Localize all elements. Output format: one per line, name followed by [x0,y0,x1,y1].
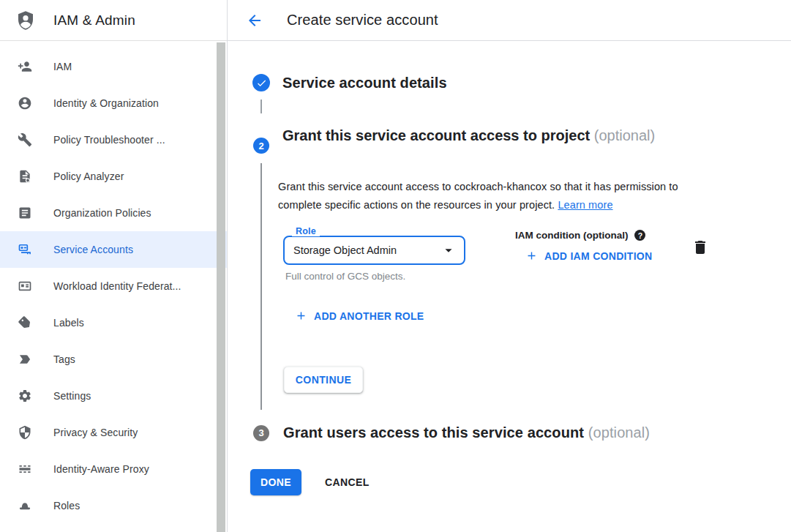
sidebar-item-label: Tags [53,353,75,365]
role-select[interactable]: Storage Object Admin [283,236,465,265]
sidebar-item-label: Workload Identity Federat... [53,280,181,292]
sidebar-item-label: Identity-Aware Proxy [53,463,149,475]
sidebar-item-label: Service Accounts [53,244,133,255]
label-icon [18,315,32,330]
step3-title-text: Grant users access to this service accou… [283,424,584,441]
step-connector [260,100,262,113]
step2-title-text: Grant this service account access to pro… [282,127,590,143]
sidebar-item-label: Labels [53,317,84,329]
step2-optional-label: (optional) [594,127,655,143]
iam-condition-label: IAM condition (optional) [515,230,628,241]
sidebar-item-workload-identity-federation[interactable]: Workload Identity Federat... [0,268,227,304]
iam-admin-app: IAM & Admin IAM Identity & Organization … [0,0,791,532]
person-add-icon [18,59,32,74]
iam-condition-header: IAM condition (optional) ? [515,230,645,241]
sidebar-item-policy-analyzer[interactable]: Policy Analyzer [0,158,227,195]
sidebar-item-identity-aware-proxy[interactable]: Identity-Aware Proxy [0,451,227,487]
role-field-label: Role [292,226,320,236]
sidebar-item-tags[interactable]: Tags [0,341,227,378]
sidebar-item-label: Policy Analyzer [53,171,124,182]
step2-description-text: Grant this service account access to coc… [278,181,678,211]
step1-check-icon [252,74,270,91]
id-card-icon [18,279,32,293]
app-title: IAM & Admin [53,12,135,29]
shield-icon [18,425,32,440]
back-arrow-icon[interactable] [246,12,263,29]
page-header: Create service account [228,0,791,41]
help-icon[interactable]: ? [634,230,645,241]
wrench-icon [18,132,32,147]
sidebar-item-service-accounts[interactable]: Service Accounts [0,231,227,268]
learn-more-link[interactable]: Learn more [558,199,612,211]
add-iam-condition-button[interactable]: ADD IAM CONDITION [525,250,652,262]
done-button[interactable]: DONE [250,469,301,495]
add-another-role-label: ADD ANOTHER ROLE [314,310,424,322]
account-circle-icon [18,96,32,110]
step1-header: Service account details [252,74,447,91]
service-account-icon [18,242,32,257]
sidebar-item-settings[interactable]: Settings [0,378,227,414]
delete-role-icon[interactable] [691,239,709,256]
step3-title: Grant users access to this service accou… [283,424,650,441]
sidebar-header: IAM & Admin [0,0,227,41]
step1-title: Service account details [282,75,447,91]
continue-button[interactable]: CONTINUE [284,367,363,393]
main-panel: Create service account Service account d… [228,0,791,532]
role-select-value: Storage Object Admin [293,244,441,256]
sidebar-item-label: IAM [53,61,72,72]
cancel-button[interactable]: CANCEL [325,476,370,488]
sidebar-item-label: Identity & Organization [53,97,159,109]
plus-icon [295,310,307,322]
step2-number-badge: 2 [253,138,269,154]
plus-icon [525,250,538,262]
step-connector [260,163,262,410]
role-helper-text: Full control of GCS objects. [285,271,405,282]
add-iam-condition-label: ADD IAM CONDITION [544,250,652,262]
gear-icon [18,389,32,403]
document-search-icon [18,169,32,184]
proxy-icon [18,462,32,476]
step3-optional-label: (optional) [588,424,650,441]
page-title: Create service account [287,12,438,29]
sidebar-item-identity-organization[interactable]: Identity & Organization [0,85,227,121]
sidebar: IAM & Admin IAM Identity & Organization … [0,0,228,532]
step2-description: Grant this service account access to coc… [278,178,717,214]
sidebar-item-iam[interactable]: IAM [0,48,227,85]
sidebar-item-label: Policy Troubleshooter ... [53,134,165,146]
sidebar-item-roles[interactable]: Roles [0,487,227,524]
add-another-role-button[interactable]: ADD ANOTHER ROLE [295,310,424,322]
step2-title: Grant this service account access to pro… [282,123,700,148]
step3-number-badge: 3 [253,425,269,441]
sidebar-item-label: Roles [53,500,80,512]
sidebar-item-policy-troubleshooter[interactable]: Policy Troubleshooter ... [0,121,227,158]
chevron-down-icon [441,242,457,258]
form-actions: DONE CANCEL [250,469,370,495]
wizard-content: Service account details 2 Grant this ser… [228,41,791,532]
sidebar-item-label: Settings [53,390,91,402]
sidebar-item-privacy-security[interactable]: Privacy & Security [0,414,227,451]
sidebar-item-label: Privacy & Security [53,427,138,438]
step3-header: 3 Grant users access to this service acc… [253,424,650,441]
article-icon [18,206,32,220]
sidebar-scrollbar[interactable] [217,42,225,532]
iam-admin-shield-icon [15,10,37,31]
sidebar-nav: IAM Identity & Organization Policy Troub… [0,41,227,524]
hat-icon [18,498,32,513]
sidebar-item-organization-policies[interactable]: Organization Policies [0,195,227,231]
sidebar-item-label: Organization Policies [53,207,151,219]
sidebar-item-labels[interactable]: Labels [0,304,227,341]
tag-arrow-icon [18,352,32,367]
